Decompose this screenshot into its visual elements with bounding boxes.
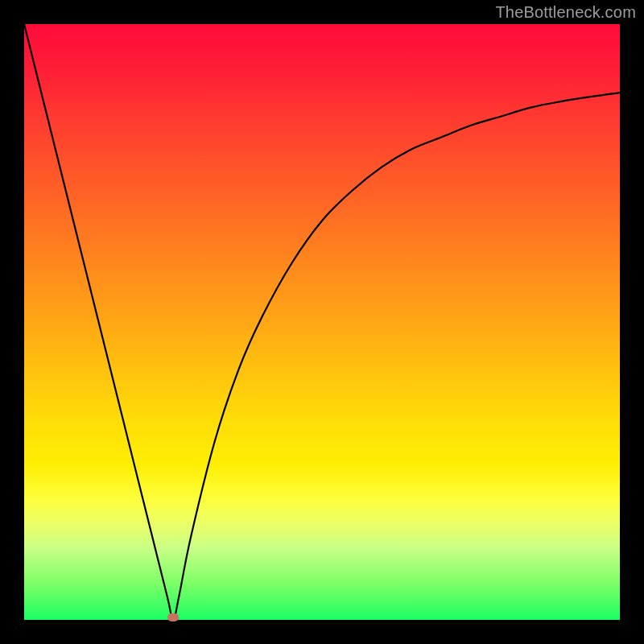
minimum-marker-icon (167, 613, 179, 621)
plot-area (24, 24, 620, 620)
bottleneck-curve (24, 24, 620, 620)
watermark-label: TheBottleneck.com (495, 3, 636, 22)
chart-frame: TheBottleneck.com (0, 0, 644, 644)
